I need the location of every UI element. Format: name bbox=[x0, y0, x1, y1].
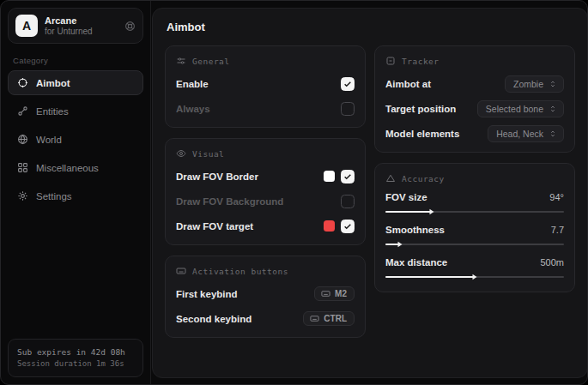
activation-card-header: Activation buttons bbox=[176, 266, 355, 276]
right-column: Tracker Aimbot at Zombie bbox=[374, 45, 575, 292]
setting-label: Draw FOV Border bbox=[176, 171, 258, 182]
chevrons-up-down-icon bbox=[549, 129, 557, 138]
fov-size-slider[interactable] bbox=[385, 207, 564, 217]
slider-track bbox=[385, 244, 564, 245]
app-subtitle: for Unturned bbox=[45, 27, 118, 37]
app-logo: A bbox=[15, 15, 38, 37]
slider-fill bbox=[385, 276, 475, 278]
setting-label: First keybind bbox=[176, 289, 238, 299]
setting-label: Aimbot at bbox=[385, 79, 431, 89]
setting-label: Always bbox=[176, 104, 210, 114]
setting-row-target-position: Target position Selected bone bbox=[385, 99, 564, 117]
setting-row-fov-background: Draw FOV Background bbox=[176, 192, 355, 210]
lifebuoy-icon[interactable] bbox=[124, 21, 136, 32]
entities-icon bbox=[17, 105, 28, 117]
setting-row-fov-target: Draw FOV target bbox=[176, 217, 355, 235]
max-distance-label: Max distance bbox=[385, 257, 447, 268]
gear-icon bbox=[17, 190, 28, 202]
fov-size-group: FOV size 94° bbox=[385, 192, 564, 217]
brand-card: A Arcane for Unturned bbox=[8, 8, 143, 44]
subscription-card: Sub expires in 42d 08h Session duration … bbox=[8, 339, 143, 377]
second-keybind-value: CTRL bbox=[324, 314, 347, 323]
sidebar-item-label: World bbox=[36, 135, 62, 145]
sidebar-item-label: Aimbot bbox=[36, 78, 70, 88]
activation-card: Activation buttons First keybind M2 bbox=[165, 256, 366, 338]
tracker-card-header: Tracker bbox=[385, 56, 564, 66]
left-column: General Enable Always bbox=[165, 45, 366, 338]
crosshair-icon bbox=[17, 77, 28, 88]
sidebar-item-world[interactable]: World bbox=[8, 127, 143, 152]
keyboard-icon bbox=[310, 314, 319, 323]
setting-label: Draw FOV target bbox=[176, 221, 253, 232]
max-distance-slider[interactable] bbox=[385, 272, 564, 282]
check-icon bbox=[343, 105, 352, 113]
main-wrap: Aimbot General bbox=[151, 1, 588, 384]
keyboard-icon bbox=[321, 289, 330, 298]
slider-thumb[interactable] bbox=[396, 240, 404, 249]
model-elements-value: Head, Neck bbox=[496, 129, 543, 139]
general-card: General Enable Always bbox=[165, 45, 366, 128]
sliders-icon bbox=[176, 56, 186, 66]
brand-text: Arcane for Unturned bbox=[45, 15, 118, 37]
first-keybind-value: M2 bbox=[335, 289, 347, 298]
category-label: Category bbox=[13, 56, 143, 65]
visual-card-header: Visual bbox=[176, 148, 355, 159]
aimbot-at-select[interactable]: Zombie bbox=[505, 75, 564, 93]
eye-icon bbox=[176, 148, 186, 159]
slider-thumb[interactable] bbox=[470, 273, 479, 281]
fov-target-color-swatch[interactable] bbox=[324, 220, 335, 232]
chevrons-up-down-icon bbox=[549, 80, 557, 88]
accuracy-card: Accuracy FOV size 94° bbox=[374, 163, 575, 292]
max-distance-value: 500m bbox=[540, 257, 564, 268]
chevrons-up-down-icon bbox=[549, 105, 557, 113]
second-keybind-button[interactable]: CTRL bbox=[303, 311, 355, 326]
setting-label: Model elements bbox=[385, 129, 459, 139]
model-elements-select[interactable]: Head, Neck bbox=[488, 125, 564, 142]
page-title: Aimbot bbox=[167, 21, 575, 33]
sidebar-item-entities[interactable]: Entities bbox=[8, 99, 143, 123]
sidebar-item-miscellaneous[interactable]: Miscellaneous bbox=[8, 155, 143, 180]
smoothness-slider[interactable] bbox=[385, 239, 564, 250]
app-window: A Arcane for Unturned Category bbox=[0, 0, 588, 385]
enable-checkbox[interactable] bbox=[341, 77, 355, 91]
general-card-header: General bbox=[176, 56, 355, 66]
check-icon bbox=[343, 222, 352, 231]
setting-row-enable: Enable bbox=[176, 75, 355, 93]
setting-row-aimbot-at: Aimbot at Zombie bbox=[385, 75, 564, 93]
setting-row-model-elements: Model elements Head, Neck bbox=[385, 124, 564, 142]
setting-label: Second keybind bbox=[176, 314, 252, 324]
grid-icon bbox=[17, 162, 28, 173]
sidebar-nav: Aimbot Entities World bbox=[8, 70, 143, 208]
fov-size-value: 94° bbox=[549, 192, 564, 202]
sub-expires-text: Sub expires in 42d 08h bbox=[17, 346, 134, 358]
fov-border-checkbox[interactable] bbox=[341, 170, 355, 183]
sidebar-item-aimbot[interactable]: Aimbot bbox=[8, 70, 143, 95]
sidebar-spacer bbox=[8, 208, 143, 339]
fov-size-label: FOV size bbox=[385, 192, 427, 202]
square-minus-icon bbox=[385, 56, 396, 66]
check-icon bbox=[343, 80, 352, 88]
check-icon bbox=[343, 172, 352, 181]
check-icon bbox=[343, 197, 352, 206]
first-keybind-button[interactable]: M2 bbox=[314, 286, 355, 301]
target-position-select[interactable]: Selected bone bbox=[477, 100, 564, 117]
fov-target-checkbox[interactable] bbox=[341, 220, 355, 233]
activation-card-title: Activation buttons bbox=[192, 267, 288, 276]
setting-row-first-keybind: First keybind M2 bbox=[176, 285, 355, 303]
sidebar-item-settings[interactable]: Settings bbox=[8, 183, 143, 208]
tracker-card-title: Tracker bbox=[402, 57, 439, 66]
smoothness-group: Smoothness 7.7 bbox=[385, 225, 564, 250]
target-position-value: Selected bone bbox=[486, 104, 543, 114]
general-card-title: General bbox=[192, 57, 230, 66]
fov-background-checkbox[interactable] bbox=[341, 195, 355, 208]
accuracy-card-header: Accuracy bbox=[385, 173, 564, 183]
session-duration-text: Session duration 1m 36s bbox=[17, 358, 134, 370]
accuracy-card-title: Accuracy bbox=[402, 174, 445, 183]
sidebar-item-label: Miscellaneous bbox=[36, 163, 99, 173]
always-checkbox[interactable] bbox=[341, 102, 355, 116]
setting-label: Enable bbox=[176, 79, 209, 89]
setting-label: Draw FOV Background bbox=[176, 196, 283, 207]
slider-thumb[interactable] bbox=[427, 208, 436, 216]
fov-border-color-swatch[interactable] bbox=[324, 171, 335, 182]
visual-card: Visual Draw FOV Border bbox=[165, 138, 366, 245]
